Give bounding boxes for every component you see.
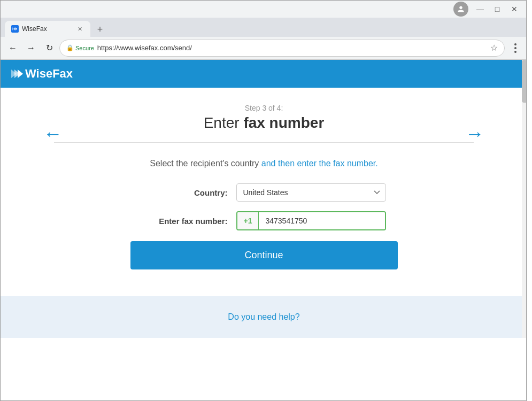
secure-label: Secure xyxy=(75,45,94,51)
instruction-text: Select the recipient's country and then … xyxy=(22,159,506,168)
logo-text: WiseFax xyxy=(25,67,73,81)
new-tab-button[interactable]: + xyxy=(92,22,107,37)
refresh-button[interactable]: ↻ xyxy=(41,40,57,56)
menu-dot-1 xyxy=(514,43,516,45)
secure-badge: 🔒 Secure xyxy=(66,44,94,51)
divider xyxy=(54,142,474,143)
country-row: Country: United States United Kingdom Ca… xyxy=(104,183,425,202)
tab-favicon xyxy=(11,25,19,33)
svg-marker-2 xyxy=(16,27,17,30)
maximize-button[interactable]: □ xyxy=(490,2,505,17)
logo: WiseFax xyxy=(11,67,73,81)
svg-marker-1 xyxy=(14,27,16,30)
fax-input-group: +1 xyxy=(236,211,386,230)
url-text: https://www.wisefax.com/send/ xyxy=(97,44,487,52)
form-area: Country: United States United Kingdom Ca… xyxy=(104,183,425,269)
fax-row: Enter fax number: +1 xyxy=(104,211,425,230)
menu-dot-2 xyxy=(514,47,516,49)
fax-number-input[interactable] xyxy=(259,212,384,229)
page-title-bold: fax number xyxy=(243,114,324,131)
step-indicator: Step 3 of 4: xyxy=(22,104,506,112)
bookmark-icon[interactable]: ☆ xyxy=(490,43,498,53)
scrollbar-thumb[interactable] xyxy=(522,60,527,103)
country-select[interactable]: United States United Kingdom Canada Aust… xyxy=(236,183,386,202)
logo-arrows xyxy=(11,70,21,78)
logo-arrow-2 xyxy=(14,70,20,78)
country-label: Country: xyxy=(142,188,228,197)
instruction-part1: Select the recipient's country xyxy=(150,159,261,168)
forward-nav-button[interactable]: → xyxy=(23,40,39,56)
country-code: +1 xyxy=(237,212,259,229)
browser-menu-button[interactable] xyxy=(509,42,522,55)
back-arrow-button[interactable]: ← xyxy=(43,122,63,145)
tab-title: WiseFax xyxy=(22,25,75,33)
close-button[interactable]: ✕ xyxy=(507,2,522,17)
menu-dot-3 xyxy=(514,51,516,53)
page-title-normal: Enter xyxy=(204,114,244,131)
page-title: Enter fax number xyxy=(22,114,506,132)
footer-section: Do you need help? xyxy=(1,296,527,338)
lock-icon: 🔒 xyxy=(66,44,74,51)
minimize-button[interactable]: — xyxy=(473,2,488,17)
fax-label: Enter fax number: xyxy=(142,217,228,226)
svg-marker-0 xyxy=(12,27,14,30)
address-bar[interactable]: 🔒 Secure https://www.wisefax.com/send/ ☆ xyxy=(59,40,505,57)
back-nav-button[interactable]: ← xyxy=(5,40,21,56)
main-content: ← → Step 3 of 4: Enter fax number Select… xyxy=(1,88,527,286)
help-link[interactable]: Do you need help? xyxy=(228,312,299,321)
browser-tab[interactable]: WiseFax ✕ xyxy=(5,21,90,37)
continue-button[interactable]: Continue xyxy=(130,241,398,269)
tab-close-button[interactable]: ✕ xyxy=(75,25,84,33)
forward-arrow-button[interactable]: → xyxy=(465,122,484,145)
profile-button[interactable] xyxy=(453,2,468,17)
app-header: WiseFax xyxy=(1,60,527,88)
instruction-highlight: and then enter the fax number. xyxy=(261,159,378,168)
scrollbar-track[interactable] xyxy=(522,60,527,338)
